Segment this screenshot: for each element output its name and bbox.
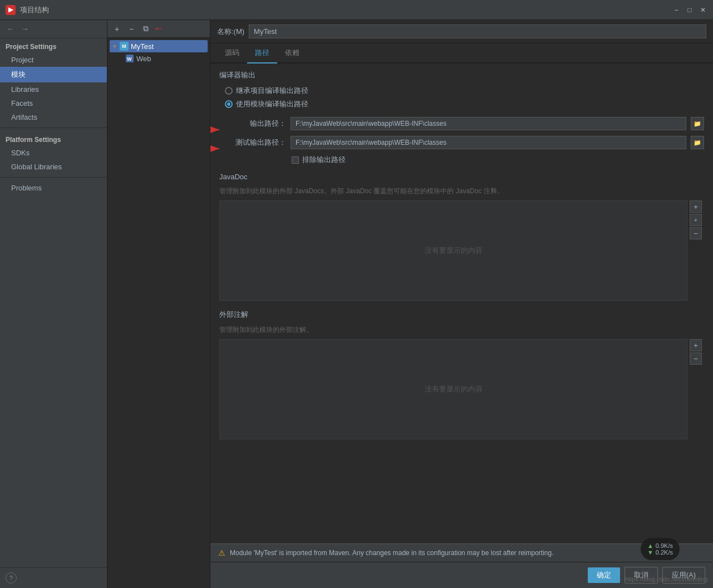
app-icon: ▶ (6, 5, 16, 15)
help-button[interactable]: ? (6, 572, 17, 584)
sidebar-item-label: Problems (11, 184, 42, 192)
module-name-row: 名称:(M) (210, 20, 713, 43)
copy-module-button[interactable]: ⧉ (140, 23, 152, 35)
ext-notes-remove-button[interactable]: − (690, 352, 702, 365)
sidebar-item-problems[interactable]: Problems (0, 181, 107, 195)
forward-button[interactable]: → (19, 23, 31, 35)
exclude-output-label: 排除输出路径 (302, 155, 346, 165)
tree-item-label: Web (136, 55, 151, 63)
use-module-radio[interactable] (225, 100, 233, 108)
ext-notes-side-buttons: + − (690, 339, 702, 365)
bottom-warning: ⚠ Module 'MyTest' is imported from Maven… (210, 543, 713, 562)
sidebar-divider2 (0, 177, 107, 178)
tab-label: 源码 (225, 48, 239, 57)
tree-toolbar: + − ⧉ ↓ (107, 20, 210, 38)
ext-notes-add-button[interactable]: + (690, 339, 702, 351)
confirm-button[interactable]: 确定 (588, 567, 620, 583)
back-button[interactable]: ← (4, 23, 17, 35)
test-output-path-browse-button[interactable]: 📁 (691, 136, 704, 149)
output-path-container: 输出路径： 📁 (219, 117, 704, 130)
output-path-row: 输出路径： 📁 (219, 117, 704, 130)
radio-group: 继承项目编译输出路径 使用模块编译输出路径 (219, 86, 704, 109)
remove-module-button[interactable]: − (125, 23, 137, 35)
tab-label: 路径 (255, 48, 269, 57)
tab-depends[interactable]: 依赖 (277, 43, 307, 63)
test-output-path-input[interactable] (291, 136, 686, 149)
sidebar-item-facets[interactable]: Facets (0, 96, 107, 110)
javadoc-empty-text: 没有要显示的内容 (425, 246, 483, 256)
output-path-browse-button[interactable]: 📁 (691, 117, 704, 130)
sidebar-item-sdks[interactable]: SDKs (0, 146, 107, 160)
net-down-icon: ▼ (647, 549, 653, 556)
sidebar: ← → Project Settings Project 模块 Librarie… (0, 20, 107, 588)
minimize-button[interactable]: − (672, 6, 681, 14)
use-module-radio-label: 使用模块编译输出路径 (236, 99, 308, 109)
ext-notes-empty-text: 没有要显示的内容 (425, 384, 483, 394)
javadoc-add-button[interactable]: + (690, 200, 702, 213)
net-down-speed: 0.2K/s (656, 549, 673, 556)
sidebar-item-label: Project (11, 56, 33, 64)
output-path-input[interactable] (291, 117, 686, 130)
exclude-output-checkbox[interactable] (292, 156, 299, 164)
sidebar-item-artifacts[interactable]: Artifacts (0, 110, 107, 124)
minus-icon: − (129, 24, 134, 33)
sidebar-item-global-libs[interactable]: Global Libraries (0, 160, 107, 174)
tree-expand-arrow: ▼ (112, 43, 117, 50)
test-output-path-label: 测试输出路径： (219, 138, 286, 148)
sidebar-divider (0, 128, 107, 128)
tree-item-mytest[interactable]: ▼ M MyTest (110, 40, 208, 52)
sidebar-bottom: ? (0, 567, 107, 588)
sidebar-item-project[interactable]: Project (0, 53, 107, 67)
tab-label: 依赖 (285, 48, 299, 57)
javadoc-description: 管理附加到此模块的外部 JavaDocs。外部 JavaDoc 覆盖您可能在您的… (219, 187, 704, 196)
module-name-label: 名称:(M) (217, 27, 244, 37)
exclude-output-row: 排除输出路径 (219, 155, 704, 165)
net-up-row: ▲ 0.9K/s (647, 542, 673, 549)
tabs-bar: 源码 路径 依赖 (210, 43, 713, 63)
copy-icon: ⧉ (143, 24, 149, 33)
tree-item-web[interactable]: W Web (110, 52, 208, 65)
tree-item-label: MyTest (131, 42, 154, 51)
title-controls: − □ ✕ (672, 6, 707, 14)
maximize-button[interactable]: □ (685, 6, 694, 14)
center-area: + − ⧉ ↓ ▼ M MyTest (107, 20, 713, 588)
ext-notes-area: 没有要显示的内容 + − (219, 339, 687, 439)
javadoc-title: JavaDoc (219, 173, 704, 181)
sidebar-item-modules[interactable]: 模块 (0, 67, 107, 82)
warning-text: Module 'MyTest' is imported from Maven. … (230, 549, 554, 557)
close-button[interactable]: ✕ (699, 6, 707, 14)
test-output-path-container: 测试输出路径： 📁 (219, 136, 704, 149)
project-settings-title: Project Settings (0, 38, 107, 53)
module-name-input[interactable] (249, 24, 706, 38)
tab-path[interactable]: 路径 (247, 43, 277, 63)
module-icon: M (120, 42, 129, 51)
sidebar-item-label: Facets (11, 99, 33, 107)
use-module-radio-item[interactable]: 使用模块编译输出路径 (225, 99, 704, 109)
svg-text:W: W (127, 56, 132, 62)
title-bar-left: ▶ 项目结构 (6, 5, 49, 15)
net-up-icon: ▲ (647, 542, 653, 549)
web-icon: W (125, 54, 134, 63)
javadoc-remove-button[interactable]: − (690, 227, 702, 239)
tree-content: ▼ M MyTest W Web (107, 38, 210, 588)
folder-icon: 📁 (694, 120, 701, 128)
net-up-speed: 0.9K/s (656, 542, 673, 549)
add-module-button[interactable]: + (111, 23, 123, 35)
sidebar-item-libraries[interactable]: Libraries (0, 82, 107, 96)
ext-notes-empty-area: 没有要显示的内容 (219, 339, 687, 439)
inherit-radio-label: 继承项目编译输出路径 (236, 86, 308, 96)
javadoc-add-from-button[interactable]: + (690, 214, 702, 226)
tab-source[interactable]: 源码 (217, 43, 247, 63)
sidebar-item-label: Global Libraries (11, 163, 62, 171)
content-body: 编译器输出 继承项目编译输出路径 使用模块编译输出路径 (210, 63, 713, 543)
output-path-label: 输出路径： (219, 119, 286, 129)
javadoc-area: 没有要显示的内容 + + − (219, 200, 687, 301)
inherit-radio-item[interactable]: 继承项目编译输出路径 (225, 86, 704, 96)
folder-icon: 📁 (694, 139, 701, 146)
bottom-buttons: 确定 取消 应用(A) (210, 562, 713, 588)
inherit-radio[interactable] (225, 87, 233, 95)
warning-icon: ⚠ (218, 548, 225, 557)
javadoc-section: JavaDoc 管理附加到此模块的外部 JavaDocs。外部 JavaDoc … (219, 173, 704, 301)
platform-settings-title: Platform Settings (0, 131, 107, 146)
watermark: https://blog.csdn.net/solituding (625, 576, 707, 582)
